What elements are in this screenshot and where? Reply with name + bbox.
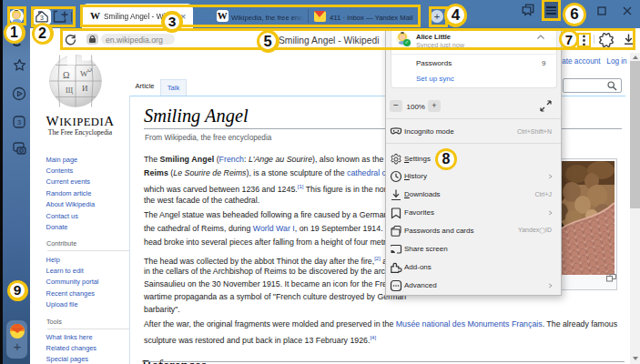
svg-text:Ω: Ω [63,70,69,80]
svg-text:3: 3 [17,118,21,126]
svg-text:И: И [82,84,88,93]
svg-text:ن: ن [87,66,92,73]
svg-text:Щ: Щ [66,86,73,95]
